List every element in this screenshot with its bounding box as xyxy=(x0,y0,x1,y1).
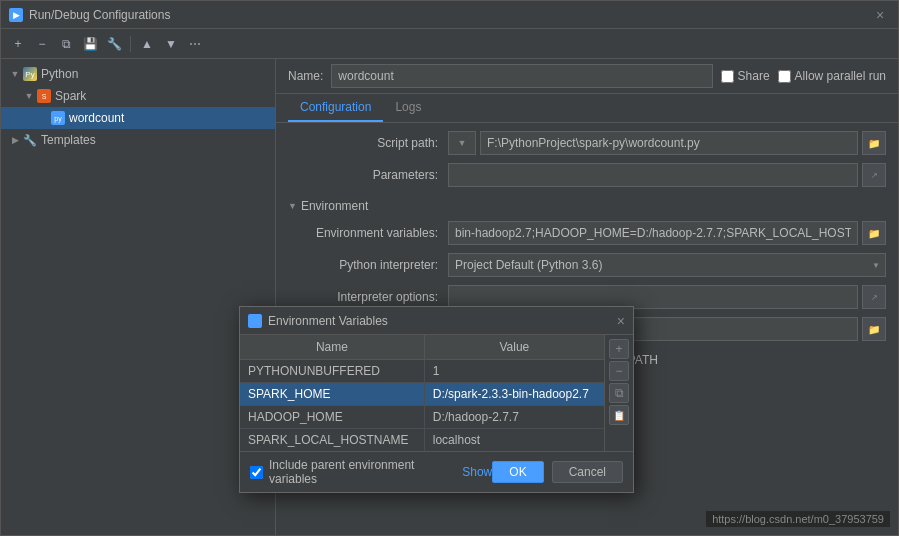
env-section-title: Environment xyxy=(301,199,368,213)
include-parent-env-checkbox[interactable] xyxy=(250,466,263,479)
table-row[interactable]: SPARK_HOME D:/spark-2.3.3-bin-hadoop2.7 xyxy=(240,383,604,406)
env-vars-input[interactable] xyxy=(448,221,858,245)
config-tree: ▼ Py Python ▼ S Spark xyxy=(1,59,275,535)
python-label: Python xyxy=(41,67,78,81)
python-interp-select[interactable]: Project Default (Python 3.6) xyxy=(448,253,886,277)
spark-icon: S xyxy=(37,89,51,103)
allow-parallel-checkbox-label[interactable]: Allow parallel run xyxy=(778,69,886,83)
wordcount-label: wordcount xyxy=(69,111,124,125)
env-vars-browse-btn[interactable]: 📁 xyxy=(862,221,886,245)
wrench-button[interactable]: 🔧 xyxy=(103,33,125,55)
tab-configuration[interactable]: Configuration xyxy=(288,94,383,122)
env-name-cell: SPARK_LOCAL_HOSTNAME xyxy=(240,429,424,452)
name-input[interactable] xyxy=(331,64,712,88)
env-table-container: Name Value PYTHONUNBUFFERED 1 SPARK_HOME… xyxy=(240,335,633,451)
move-up-button[interactable]: ▲ xyxy=(136,33,158,55)
interp-options-expand-btn[interactable]: ↗ xyxy=(862,285,886,309)
script-path-row: Script path: ▼ 📁 xyxy=(288,131,886,155)
spark-arrow: ▼ xyxy=(23,90,35,102)
share-label: Share xyxy=(738,69,770,83)
templates-label: Templates xyxy=(41,133,96,147)
wordcount-icon: py xyxy=(51,111,65,125)
env-modal: Environment Variables × Name Value PYTHO… xyxy=(239,306,634,493)
name-label: Name: xyxy=(288,69,323,83)
env-value-cell: localhost xyxy=(424,429,604,452)
table-row[interactable]: HADOOP_HOME D:/hadoop-2.7.7 xyxy=(240,406,604,429)
tab-logs[interactable]: Logs xyxy=(383,94,433,122)
col-value-header: Value xyxy=(424,335,604,360)
tree-item-wordcount[interactable]: py wordcount xyxy=(1,107,275,129)
env-value-cell: 1 xyxy=(424,360,604,383)
env-modal-footer: Include parent environment variables Sho… xyxy=(240,451,633,492)
copy-config-button[interactable]: ⧉ xyxy=(55,33,77,55)
table-row[interactable]: PYTHONUNBUFFERED 1 xyxy=(240,360,604,383)
main-toolbar: + − ⧉ 💾 🔧 ▲ ▼ ⋯ xyxy=(1,29,898,59)
app-icon: ▶ xyxy=(9,8,23,22)
python-interp-label: Python interpreter: xyxy=(288,258,448,272)
wordcount-spacer xyxy=(37,112,49,124)
share-checkbox[interactable] xyxy=(721,70,734,83)
env-name-cell: SPARK_HOME xyxy=(240,383,424,406)
script-path-input[interactable] xyxy=(480,131,858,155)
env-table-wrapper: Name Value PYTHONUNBUFFERED 1 SPARK_HOME… xyxy=(240,335,604,451)
env-value-cell: D:/spark-2.3.3-bin-hadoop2.7 xyxy=(424,383,604,406)
spark-label: Spark xyxy=(55,89,86,103)
remove-config-button[interactable]: − xyxy=(31,33,53,55)
script-path-label: Script path: xyxy=(288,136,448,150)
env-ok-button[interactable]: OK xyxy=(492,461,543,483)
move-down-button[interactable]: ▼ xyxy=(160,33,182,55)
share-checkbox-label[interactable]: Share xyxy=(721,69,770,83)
window-title: Run/Debug Configurations xyxy=(29,8,170,22)
env-modal-close-button[interactable]: × xyxy=(617,313,625,329)
env-vars-row: Environment variables: 📁 xyxy=(288,221,886,245)
show-env-link[interactable]: Show xyxy=(462,465,492,479)
allow-parallel-label: Allow parallel run xyxy=(795,69,886,83)
templates-arrow: ▶ xyxy=(9,134,21,146)
close-button[interactable]: × xyxy=(870,5,890,25)
more-options-button[interactable]: ⋯ xyxy=(184,33,206,55)
env-variables-table: Name Value PYTHONUNBUFFERED 1 SPARK_HOME… xyxy=(240,335,604,451)
table-row[interactable]: SPARK_LOCAL_HOSTNAME localhost xyxy=(240,429,604,452)
env-table-actions: + − ⧉ 📋 xyxy=(604,335,633,451)
parameters-row: Parameters: ↗ xyxy=(288,163,886,187)
env-modal-icon xyxy=(248,314,262,328)
name-bar: Name: Share Allow parallel run xyxy=(276,59,898,94)
env-add-button[interactable]: + xyxy=(609,339,629,359)
env-cancel-button[interactable]: Cancel xyxy=(552,461,623,483)
env-modal-title: Environment Variables xyxy=(268,314,388,328)
col-name-header: Name xyxy=(240,335,424,360)
tree-item-templates[interactable]: ▶ 🔧 Templates xyxy=(1,129,275,151)
python-interp-row: Python interpreter: Project Default (Pyt… xyxy=(288,253,886,277)
tree-item-spark[interactable]: ▼ S Spark xyxy=(1,85,275,107)
env-paste-button[interactable]: 📋 xyxy=(609,405,629,425)
include-parent-env-label: Include parent environment variables xyxy=(269,458,462,486)
toolbar-divider xyxy=(130,36,131,52)
tabs-bar: Configuration Logs xyxy=(276,94,898,123)
env-name-cell: PYTHONUNBUFFERED xyxy=(240,360,424,383)
env-value-cell: D:/hadoop-2.7.7 xyxy=(424,406,604,429)
working-dir-browse-btn[interactable]: 📁 xyxy=(862,317,886,341)
tree-item-python[interactable]: ▼ Py Python xyxy=(1,63,275,85)
env-modal-title-bar: Environment Variables × xyxy=(240,307,633,335)
python-icon: Py xyxy=(23,67,37,81)
parameters-label: Parameters: xyxy=(288,168,448,182)
add-config-button[interactable]: + xyxy=(7,33,29,55)
watermark: https://blog.csdn.net/m0_37953759 xyxy=(706,511,890,527)
environment-section-header[interactable]: ▼ Environment xyxy=(288,195,886,217)
templates-icon: 🔧 xyxy=(23,133,37,147)
script-path-browse-btn[interactable]: 📁 xyxy=(862,131,886,155)
allow-parallel-checkbox[interactable] xyxy=(778,70,791,83)
env-name-cell: HADOOP_HOME xyxy=(240,406,424,429)
env-remove-button[interactable]: − xyxy=(609,361,629,381)
parameters-input[interactable] xyxy=(448,163,858,187)
env-vars-label: Environment variables: xyxy=(288,226,448,240)
parameters-expand-btn[interactable]: ↗ xyxy=(862,163,886,187)
env-section-arrow: ▼ xyxy=(288,201,297,211)
script-path-type-dropdown[interactable]: ▼ xyxy=(448,131,476,155)
save-config-button[interactable]: 💾 xyxy=(79,33,101,55)
env-copy-button[interactable]: ⧉ xyxy=(609,383,629,403)
python-arrow: ▼ xyxy=(9,68,21,80)
interp-options-label: Interpreter options: xyxy=(288,290,448,304)
config-tree-panel: ▼ Py Python ▼ S Spark xyxy=(1,59,276,535)
